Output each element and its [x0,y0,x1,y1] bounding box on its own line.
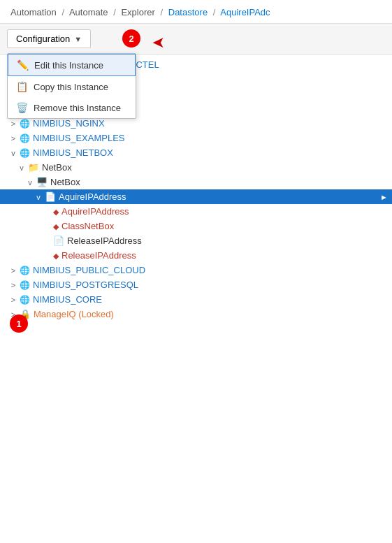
remove-label: Remove this Instance [34,103,121,113]
tree-label: ReleaseIPAddress [61,250,136,261]
breadcrumb-datastore[interactable]: Datastore [168,7,208,17]
toggle-icon: > [8,120,18,128]
breadcrumb-automate: Automate [69,7,108,17]
tree-label: NIMBIUS_POSTGRESQL [33,280,138,290]
breadcrumb-automation: Automation [10,7,57,17]
instance-icon: 🖥️ [36,177,48,187]
diamond-icon [53,221,59,231]
toggle-icon: v [8,149,18,157]
globe-icon [20,280,30,290]
diamond-icon [53,250,59,261]
tree-item-release-ip-doc[interactable]: 📄 ReleaseIPAddress [0,233,392,248]
tree-label: NetBox [50,177,80,187]
edit-instance-item[interactable]: ✏️ Edit this Instance [8,54,136,76]
pencil-icon: ✏️ [17,59,29,71]
tree-label: AquireIPAddress [61,206,129,217]
tree-label: ManageIQ (Locked) [34,309,114,319]
breadcrumb: Automation / Automate / Explorer / Datas… [0,0,392,24]
tree-item-nimbius-netbox[interactable]: v NIMBIUS_NETBOX [0,145,392,160]
globe-icon [20,147,30,158]
edit-label: Edit this Instance [34,60,103,71]
toggle-icon: v [25,178,35,187]
copy-instance-item[interactable]: 📋 Copy this Instance [8,76,136,97]
globe-icon [20,294,30,305]
globe-icon [20,265,30,275]
copy-label: Copy this Instance [34,82,108,92]
trash-icon: 🗑️ [16,102,28,113]
tree-label: NIMBIUS_CORE [33,294,102,305]
breadcrumb-explorer: Explorer [121,7,154,17]
tree-label: NIMBIUS_PUBLIC_CLOUD [33,265,145,275]
tree-item-classnetbox[interactable]: ClassNetBox [0,219,392,233]
globe-icon [20,133,30,143]
tree-label: AquireIPAddress [59,191,380,202]
folder-icon: 📁 [28,162,39,173]
toggle-icon: v [34,193,43,201]
tree-item-aquire-ip[interactable]: v 📄 AquireIPAddress ► [0,189,392,204]
tree-item-manage-iq[interactable]: > 🔒 ManageIQ (Locked) [0,307,392,321]
remove-instance-item[interactable]: 🗑️ Remove this Instance [8,97,136,118]
breadcrumb-aquire[interactable]: AquireIPAdc [220,7,270,17]
tree-label: ClassNetBox [61,221,114,231]
tree-label: NIMBIUS_NGINX [33,118,105,129]
tree-label: ReleaseIPAddress [67,236,142,246]
tree-item-nimbius-postgresql[interactable]: > NIMBIUS_POSTGRESQL [0,277,392,292]
tree-label: NetBox [42,162,72,173]
toggle-icon: v [17,164,27,172]
chevron-right-icon: ► [380,193,388,201]
toggle-icon: > [8,134,18,143]
tree-item-aquire-ip-sub1[interactable]: AquireIPAddress [0,204,392,219]
tree-item-netbox-sub[interactable]: v 🖥️ NetBox [0,175,392,189]
toggle-icon: > [8,266,18,275]
toggle-icon: > [8,281,18,289]
config-label: Configuration [16,34,70,44]
tree-item-release-ip-sub2[interactable]: ReleaseIPAddress [0,248,392,263]
configuration-button[interactable]: Configuration ▼ [7,29,91,48]
callout-1: 1 [10,314,28,333]
tree-item-nimbius-core[interactable]: > NIMBIUS_CORE [0,292,392,307]
doc-icon: 📄 [53,236,64,246]
toggle-icon: > [8,296,18,304]
callout-2: 2 [122,29,140,48]
toolbar: Configuration ▼ 2 ➤ ✏️ Edit this Instanc… [0,24,392,55]
globe-icon [20,118,30,129]
chevron-down-icon: ▼ [74,35,82,43]
diamond-icon [53,206,59,217]
dropdown-menu: ✏️ Edit this Instance 📋 Copy this Instan… [7,53,136,119]
copy-icon: 📋 [16,81,28,92]
tree-item-nimbius-public-cloud[interactable]: > NIMBIUS_PUBLIC_CLOUD [0,263,392,277]
callout-2-arrow: ➤ [152,34,165,52]
tree-label: NIMBIUS_NETBOX [33,147,113,158]
tree-item-netbox-folder[interactable]: v 📁 NetBox [0,160,392,175]
doc-icon: 📄 [45,191,56,202]
tree-label: NIMBIUS_EXAMPLES [33,133,125,143]
tree-item-nimbius-examples[interactable]: > NIMBIUS_EXAMPLES [0,131,392,145]
